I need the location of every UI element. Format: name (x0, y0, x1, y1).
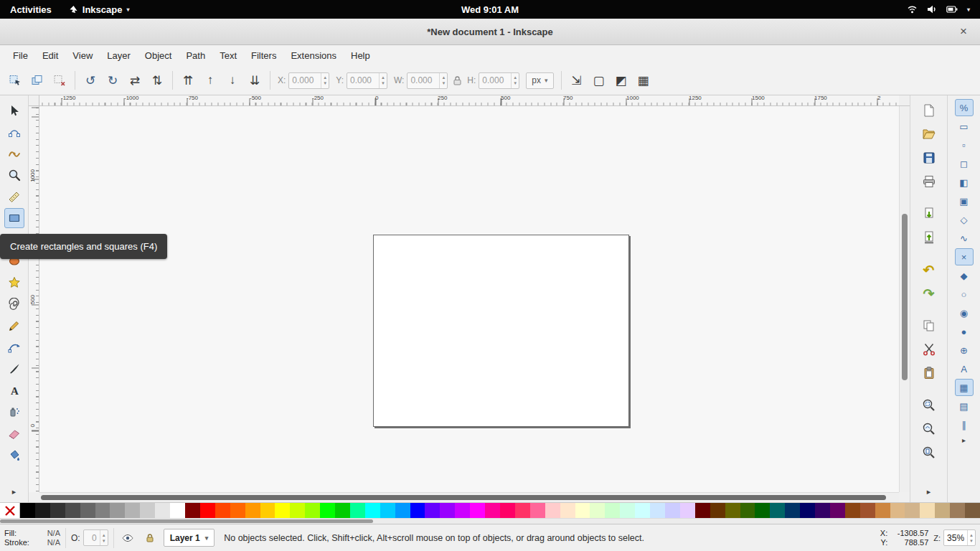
toggle-move-patterns-icon[interactable]: ▦ (633, 70, 654, 91)
color-swatch[interactable] (590, 503, 605, 518)
color-swatch[interactable] (620, 503, 635, 518)
color-swatch[interactable] (965, 503, 980, 518)
menu-item[interactable]: Layer (100, 45, 138, 66)
color-swatch[interactable] (20, 503, 35, 518)
menu-item[interactable]: Path (179, 45, 212, 66)
tool-text[interactable]: A (4, 380, 24, 400)
color-swatch[interactable] (470, 503, 485, 518)
w-spinner[interactable]: ▲▼ (439, 73, 447, 88)
color-swatch[interactable] (140, 503, 155, 518)
tool-spiral[interactable] (4, 294, 24, 314)
commands-overflow-arrow[interactable]: ▸ (927, 487, 931, 496)
color-swatch[interactable] (695, 503, 710, 518)
color-swatch[interactable] (170, 503, 185, 518)
tool-eraser[interactable] (4, 423, 24, 443)
copy-icon[interactable] (918, 315, 941, 336)
snap-bbox-edge-midpoints[interactable]: ◧ (955, 174, 974, 191)
palette-scrollbar-thumb[interactable] (0, 519, 373, 523)
color-swatch[interactable] (260, 503, 275, 518)
tool-tweak[interactable] (4, 143, 24, 164)
vertical-ruler[interactable]: 10005000 (29, 106, 39, 492)
toggle-scale-corners-icon[interactable]: ▢ (588, 70, 610, 91)
zoom-input[interactable] (944, 530, 967, 545)
color-swatch[interactable] (95, 503, 110, 518)
color-swatch[interactable] (800, 503, 815, 518)
horizontal-ruler[interactable]: -1250-1000-750-500-250025050075010001250… (39, 95, 899, 106)
color-swatch[interactable] (575, 503, 590, 518)
snap-rotation-centers[interactable]: ⊕ (955, 342, 974, 359)
color-swatch[interactable] (455, 503, 470, 518)
clock[interactable]: Wed 9:01 AM (461, 4, 519, 15)
color-swatch[interactable] (875, 503, 890, 518)
opacity-spinner[interactable]: ▲▼ (100, 530, 108, 545)
fill-stroke-indicator[interactable]: Fill:N/A Stroke:N/A (4, 529, 60, 547)
enable-snapping[interactable]: % (955, 99, 974, 116)
color-swatch[interactable] (770, 503, 785, 518)
activities-button[interactable]: Activities (0, 0, 62, 19)
flip-horizontal-icon[interactable]: ⇄ (124, 70, 146, 91)
layer-lock-icon[interactable] (141, 529, 159, 547)
color-swatch[interactable] (80, 503, 95, 518)
snap-text-baselines[interactable]: A (955, 360, 974, 377)
color-swatch[interactable] (890, 503, 905, 518)
rotate-ccw-icon[interactable]: ↺ (80, 70, 101, 91)
color-swatch[interactable] (335, 503, 350, 518)
color-swatch[interactable] (155, 503, 170, 518)
menu-item[interactable]: Filters (244, 45, 283, 66)
zoom-spinner[interactable]: ▲▼ (967, 530, 975, 545)
color-swatch[interactable] (185, 503, 200, 518)
color-swatch[interactable] (245, 503, 260, 518)
snap-path-intersections[interactable]: × (955, 248, 974, 265)
drawing-canvas[interactable] (39, 106, 899, 492)
menu-item[interactable]: Edit (35, 45, 65, 66)
h-spinner[interactable]: ▲▼ (511, 73, 519, 88)
snap-nodes[interactable]: ◇ (955, 211, 974, 228)
vertical-scrollbar[interactable] (899, 106, 910, 492)
color-swatch[interactable] (410, 503, 425, 518)
color-swatch[interactable] (380, 503, 395, 518)
close-window-button[interactable]: × (954, 19, 973, 44)
snap-paths[interactable]: ∿ (955, 230, 974, 247)
color-swatch[interactable] (485, 503, 500, 518)
palette-scrollbar[interactable] (0, 518, 980, 524)
system-status-area[interactable]: ▾ (907, 5, 980, 14)
redo-icon[interactable]: ↷ (918, 283, 941, 304)
tool-rectangle[interactable] (4, 208, 24, 228)
color-swatch[interactable] (65, 503, 80, 518)
color-swatch[interactable] (275, 503, 290, 518)
zoom-to-drawing-icon[interactable] (918, 418, 941, 440)
color-swatch[interactable] (710, 503, 725, 518)
color-swatch[interactable] (350, 503, 365, 518)
color-swatch[interactable] (365, 503, 380, 518)
horizontal-scrollbar[interactable] (39, 492, 899, 502)
tool-calligraphy[interactable] (4, 359, 24, 379)
color-swatch[interactable] (395, 503, 410, 518)
snap-grids[interactable]: ▤ (955, 397, 974, 415)
snap-bbox-centers[interactable]: ▣ (955, 192, 974, 209)
unit-dropdown[interactable]: px ▾ (526, 72, 553, 89)
color-swatch[interactable] (680, 503, 695, 518)
vertical-scrollbar-thumb[interactable] (902, 214, 908, 380)
menu-item[interactable]: Extensions (283, 45, 344, 66)
color-swatch[interactable] (950, 503, 965, 518)
color-swatch[interactable] (515, 503, 530, 518)
tool-node-editor[interactable] (4, 122, 24, 142)
tool-zoom[interactable] (4, 165, 24, 185)
toggle-scale-stroke-icon[interactable]: ⇲ (566, 70, 588, 91)
raise-icon[interactable]: ↑ (199, 70, 221, 91)
raise-to-top-icon[interactable]: ⇈ (177, 70, 199, 91)
layer-visibility-icon[interactable] (119, 529, 136, 547)
open-document-icon[interactable] (918, 123, 941, 145)
color-swatch[interactable] (605, 503, 620, 518)
y-spinner[interactable]: ▲▼ (379, 73, 387, 88)
zoom-to-page-icon[interactable] (918, 442, 941, 463)
document-page[interactable] (373, 235, 629, 427)
cut-icon[interactable] (918, 339, 941, 360)
menu-item[interactable]: File (6, 45, 35, 66)
tool-pencil[interactable] (4, 316, 24, 336)
lower-icon[interactable]: ↓ (222, 70, 243, 91)
color-swatch[interactable] (215, 503, 230, 518)
opacity-input[interactable] (84, 530, 100, 545)
menu-item[interactable]: Object (138, 45, 179, 66)
color-swatch[interactable] (125, 503, 140, 518)
